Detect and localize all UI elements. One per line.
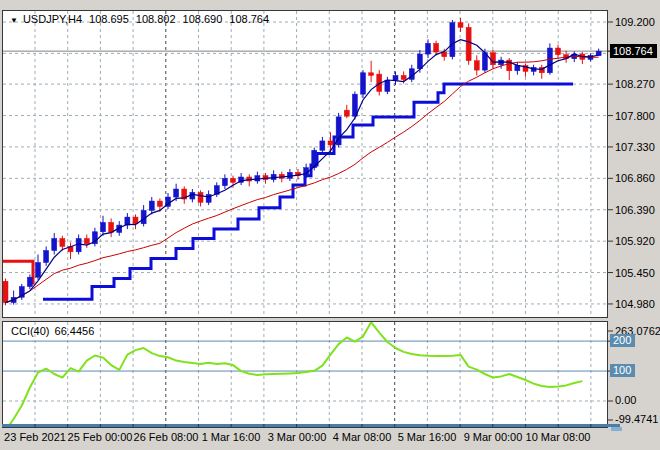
indicator-name: CCI(40) — [11, 325, 50, 337]
cci-axis-min: -99.4741 — [615, 413, 658, 425]
cci-level-100-label: 100 — [610, 364, 635, 377]
price-axis-label: 106.390 — [615, 204, 660, 216]
indicator-label: CCI(40)66.4456 — [11, 325, 94, 337]
time-axis-label: 10 Mar 08:00 — [516, 431, 600, 443]
price-axis-label: 106.860 — [615, 172, 660, 184]
main-chart-panel[interactable] — [2, 10, 608, 318]
price-axis-label: 105.920 — [615, 235, 660, 247]
price-axis-label: 107.800 — [615, 110, 660, 122]
cci-axis-zero: 0.00 — [615, 394, 636, 406]
price-axis-label: 108.270 — [615, 78, 660, 90]
ohlc-open: 108.695 — [89, 13, 129, 25]
cci-level-200-label: 200 — [610, 334, 635, 347]
symbol-period-label: USDJPY,H4 — [23, 13, 82, 25]
price-axis-label: 105.450 — [615, 267, 660, 279]
bottom-bar-stub — [611, 427, 622, 431]
price-axis-label: 107.330 — [615, 141, 660, 153]
chart-title: ▼USDJPY,H4108.695108.802108.690108.764 — [10, 13, 269, 25]
chart-canvas[interactable] — [0, 0, 660, 450]
indicator-panel[interactable] — [2, 321, 608, 428]
indicator-value: 66.4456 — [55, 325, 95, 337]
current-price-label: 108.764 — [610, 44, 657, 58]
price-axis-label: 104.980 — [615, 298, 660, 310]
ohlc-low: 108.690 — [183, 13, 223, 25]
ohlc-close: 108.764 — [229, 13, 269, 25]
price-axis-label: 109.200 — [615, 16, 660, 28]
symbol-dropdown-icon[interactable]: ▼ — [10, 16, 18, 25]
ohlc-high: 108.802 — [136, 13, 176, 25]
chart-window: ▼USDJPY,H4108.695108.802108.690108.764 C… — [0, 0, 660, 450]
